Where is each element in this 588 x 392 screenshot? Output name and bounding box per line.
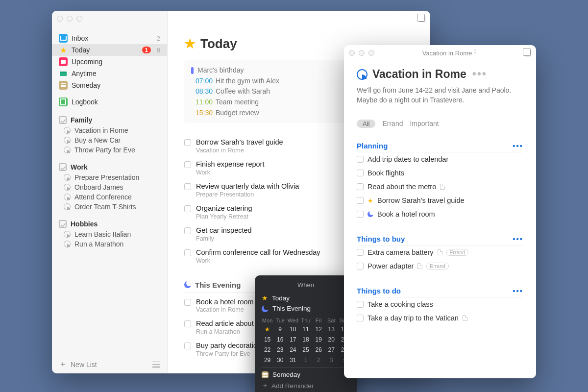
cal-day[interactable]: 27 [326, 345, 337, 354]
sidebar-item-logbook[interactable]: Logbook [52, 96, 167, 108]
cal-day[interactable]: 3 [326, 356, 337, 365]
event-title[interactable]: Coffee with Sarah [216, 86, 270, 97]
task-row[interactable]: ★ Borrow Sarah's travel guide [357, 194, 523, 207]
task-row[interactable]: Read about the metro [357, 180, 523, 194]
area-hobbies[interactable]: Hobbies [52, 219, 167, 229]
sidebar-project[interactable]: Prepare Presentation [52, 172, 167, 182]
checkbox[interactable] [357, 263, 364, 270]
tag-important[interactable]: Important [410, 120, 439, 128]
titlebar-title[interactable]: Vacation in Rome ˄˅ [374, 49, 524, 57]
checkbox[interactable] [184, 161, 191, 168]
when-today[interactable]: ★Today [262, 293, 350, 303]
cal-day[interactable]: 12 [313, 325, 324, 334]
project-title-text[interactable]: Vacation in Rome [372, 68, 466, 81]
checkbox[interactable] [357, 211, 364, 218]
sidebar-project[interactable]: Order Team T-Shirts [52, 202, 167, 212]
window-controls[interactable] [349, 50, 374, 56]
minimize-dot[interactable] [359, 50, 365, 56]
task-row[interactable]: Take a day trip to the Vatican [357, 311, 523, 325]
checkbox[interactable] [357, 170, 364, 176]
checkbox[interactable] [184, 139, 191, 146]
zoom-dot[interactable] [76, 16, 82, 22]
sidebar-project[interactable]: Buy a New Car [52, 135, 167, 145]
task-row[interactable]: Book a hotel room [357, 207, 523, 221]
task-row[interactable]: Take a cooking class [357, 297, 523, 311]
task-row[interactable]: Extra camera battery Errand [357, 245, 523, 259]
cal-day[interactable]: 22 [262, 345, 273, 354]
cal-day[interactable]: 25 [300, 345, 311, 354]
checkbox[interactable] [184, 299, 191, 306]
task-row[interactable]: Add trip dates to calendar [357, 152, 523, 166]
cal-day[interactable]: 30 [274, 356, 286, 365]
when-someday[interactable]: Someday [262, 368, 350, 378]
zoom-dot[interactable] [368, 50, 374, 56]
task-tag[interactable]: Errand [446, 249, 469, 256]
checkbox[interactable] [357, 183, 364, 190]
checkbox[interactable] [357, 197, 364, 204]
checkbox[interactable] [357, 315, 364, 321]
sidebar-project[interactable]: Learn Basic Italian [52, 229, 167, 239]
event-title[interactable]: Marc's birthday [197, 65, 244, 76]
sidebar-item-upcoming[interactable]: Upcoming [52, 56, 167, 68]
sidebar-project[interactable]: Attend Conference [52, 192, 167, 202]
cal-day[interactable]: 11 [300, 325, 311, 334]
plus-icon[interactable]: ＋ [59, 359, 67, 369]
checkbox[interactable] [184, 320, 191, 327]
cal-day[interactable]: 23 [274, 345, 286, 354]
cal-day[interactable]: 13 [326, 325, 337, 334]
project-section-header[interactable]: Things to buy ••• [357, 235, 523, 245]
checkbox[interactable] [184, 205, 191, 212]
sidebar-item-inbox[interactable]: Inbox 2 [52, 32, 167, 44]
cal-day[interactable]: 10 [287, 325, 298, 334]
cal-day[interactable]: 18 [300, 335, 311, 344]
cal-day[interactable]: 24 [287, 345, 298, 354]
event-title[interactable]: Hit the gym with Alex [216, 76, 279, 87]
checkbox[interactable] [184, 343, 191, 349]
cal-day[interactable]: 2 [313, 356, 324, 365]
tag-all[interactable]: All [357, 120, 375, 128]
window-controls[interactable] [57, 16, 82, 22]
more-icon[interactable]: ••• [513, 142, 523, 150]
checkbox[interactable] [184, 249, 191, 256]
more-icon[interactable]: ••• [472, 68, 487, 81]
more-icon[interactable]: ••• [513, 235, 523, 243]
sidebar-project[interactable]: Throw Party for Eve [52, 145, 167, 155]
cal-day[interactable]: 17 [287, 335, 298, 344]
minimize-dot[interactable] [67, 16, 73, 22]
cal-day[interactable]: 1 [300, 356, 311, 365]
cal-day[interactable]: 31 [287, 356, 298, 365]
when-add-reminder[interactable]: ＋ Add Reminder [262, 378, 350, 390]
project-description[interactable]: We'll go from June 14-22 and visit Jane … [357, 86, 523, 105]
new-list-button[interactable]: New List [71, 361, 97, 368]
sidebar-project[interactable]: Vacation in Rome [52, 125, 167, 135]
more-icon[interactable]: ••• [513, 287, 523, 295]
settings-icon[interactable] [152, 362, 160, 368]
area-work[interactable]: Work [52, 162, 167, 172]
task-row[interactable]: Book flights [357, 166, 523, 180]
checkbox[interactable] [184, 183, 191, 190]
sidebar-project[interactable]: Onboard James [52, 182, 167, 192]
cal-day[interactable]: 26 [313, 345, 324, 354]
cal-day[interactable]: 16 [274, 335, 286, 344]
cal-day[interactable]: 9 [274, 325, 286, 334]
cal-day[interactable]: 15 [262, 335, 273, 344]
project-section-header[interactable]: Things to do ••• [357, 287, 523, 297]
when-evening[interactable]: This Evening [262, 303, 350, 314]
event-title[interactable]: Team meeting [216, 97, 259, 108]
checkbox[interactable] [357, 156, 364, 163]
area-family[interactable]: Family [52, 115, 167, 125]
checkbox[interactable] [184, 227, 191, 234]
event-title[interactable]: Budget review [216, 108, 259, 119]
close-dot[interactable] [57, 16, 63, 22]
cal-day[interactable]: 19 [313, 335, 324, 344]
new-window-icon[interactable] [524, 49, 531, 56]
task-tag[interactable]: Errand [426, 263, 449, 270]
sidebar-item-today[interactable]: ★ Today 1 8 [52, 44, 167, 56]
project-section-header[interactable]: Planning ••• [357, 142, 523, 152]
sidebar-item-anytime[interactable]: Anytime [52, 68, 167, 79]
cal-day[interactable]: 20 [326, 335, 337, 344]
cal-day[interactable]: ★ [262, 325, 273, 334]
mini-calendar[interactable]: MonTueWedThuFriSatSun★910111213141516171… [262, 318, 350, 365]
sidebar-item-someday[interactable]: Someday [52, 79, 167, 91]
cal-day[interactable]: 29 [262, 356, 273, 365]
